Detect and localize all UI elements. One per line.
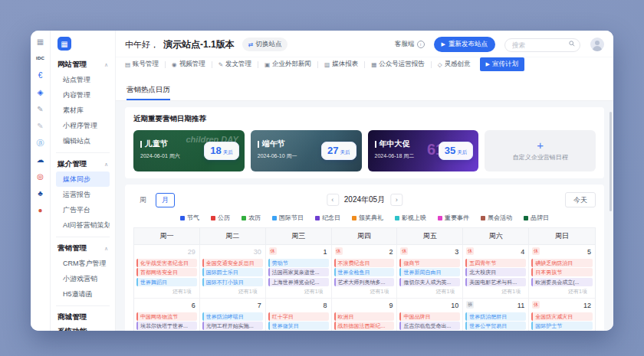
apple-logo-icon[interactable]: ● [38, 206, 42, 214]
calendar-event[interactable]: 欧洲日 [334, 312, 395, 321]
cloud-logo-icon[interactable]: ☁ [37, 155, 44, 164]
calendar-day-cell: 29化学战受害者纪念日首都网络安全日世界舞蹈日还有1项 [134, 245, 200, 298]
calendar-event[interactable]: 战胜德国法西斯纪... [334, 322, 395, 330]
calendar-event[interactable]: 全国防灾减灾日 [531, 312, 593, 321]
toolbar-item[interactable]: ▥媒体报表 [324, 58, 358, 70]
scrollbar-thumb[interactable] [610, 112, 612, 211]
sidebar-group-header[interactable]: 商城管理 [56, 310, 110, 325]
legend-swatch [180, 216, 185, 220]
sidebar-item[interactable]: 素材库 [56, 103, 110, 118]
calendar-event[interactable]: 美国电影艺术与科... [465, 278, 526, 286]
euro-cloud-logo-icon[interactable]: € [38, 71, 43, 80]
calendar-event[interactable]: 首都网络安全日 [136, 268, 197, 276]
prev-month-button[interactable]: ‹ [327, 194, 339, 206]
calendar-event[interactable]: 世界公平贸易日 [465, 322, 526, 330]
sidebar-group-header[interactable]: 媒介管理∧ [56, 157, 110, 171]
calendar-event[interactable]: 国际护士节 [531, 322, 593, 330]
sidebar-item[interactable]: 站点管理 [56, 72, 110, 87]
toolbar-item[interactable]: ✎发文管理 [219, 58, 251, 70]
calendar-event[interactable]: 五四青年节 [465, 259, 526, 267]
toolbar-item[interactable]: ▦公众号运营报告 [371, 58, 425, 70]
red-ring-logo-icon[interactable]: ◎ [37, 172, 44, 181]
calendar-event[interactable]: 不浪费纪念日 [334, 259, 395, 267]
clover-logo-icon[interactable]: ♣ [38, 189, 43, 198]
user-avatar[interactable] [590, 38, 604, 51]
month-view-button[interactable]: 月 [156, 193, 175, 207]
calendar-event[interactable]: 世界舞蹈日 [136, 278, 197, 286]
calendar-event[interactable]: 光明工程开始实施... [202, 322, 263, 330]
more-events-link[interactable]: 还有1项 [397, 287, 462, 296]
more-events-link[interactable]: 还有1项 [134, 287, 199, 296]
calendar-event[interactable]: 国际爵士乐日 [202, 268, 263, 276]
diamond-logo-icon[interactable]: ◈ [38, 88, 44, 96]
sidebar-item[interactable]: 内容管理 [56, 87, 110, 103]
next-month-button[interactable]: › [390, 194, 402, 206]
plus-icon: + [537, 140, 544, 151]
calendar-event[interactable]: 世界防治哮喘日 [202, 312, 263, 321]
today-button[interactable]: 今天 [565, 192, 596, 207]
switch-site-button[interactable]: ⇄ 切换站点 [242, 38, 288, 51]
calendar-event[interactable]: 全国交通安全反思日 [202, 259, 263, 267]
sidebar-item[interactable]: 广告平台 [56, 202, 110, 217]
support-link[interactable]: 客服端 i [395, 40, 425, 49]
sidebar-group-header[interactable]: 系统功能 [56, 325, 110, 331]
calendar-event[interactable]: 劳动节 [268, 259, 329, 267]
calendar-event[interactable]: 上海世界博览会纪... [268, 278, 329, 286]
calendar-event[interactable]: 中国网络物流节 [136, 312, 197, 321]
calendar-event[interactable]: 化学战受害者纪念日 [136, 259, 197, 267]
idc-logo-icon[interactable]: IDC [36, 54, 44, 63]
more-events-link[interactable]: 还有1项 [332, 287, 397, 296]
sidebar-item[interactable]: AI问答营销策划 [56, 217, 110, 233]
republish-site-button[interactable]: ▶ 重新发布站点 [434, 37, 495, 52]
product-logo[interactable]: ▦ [58, 37, 71, 51]
toolbar-item[interactable]: ▤账号管理 [125, 58, 159, 70]
sidebar-item[interactable]: H5邀请函 [56, 286, 110, 302]
toolbar-item[interactable]: ▣企业外部新闻 [264, 58, 311, 70]
calendar-event[interactable]: 微商节 [399, 259, 460, 267]
week-view-button[interactable]: 周 [133, 193, 153, 207]
sidebar-item[interactable]: 编辑站点 [56, 133, 110, 149]
tab-marketing-calendar[interactable]: 营销热点日历 [127, 85, 170, 100]
add-custom-schedule-card[interactable]: +自定义企业营销日程 [485, 130, 596, 171]
sidebar-item[interactable]: 运营报告 [56, 187, 110, 202]
more-events-link[interactable]: 还有1项 [266, 287, 331, 296]
apps-grid-icon[interactable]: ▦ [37, 38, 44, 46]
calendar-event[interactable]: 碘缺乏病防治日 [531, 259, 593, 267]
calendar-event[interactable]: 撒切尔夫人成为英... [399, 278, 460, 286]
day-header: 8 [266, 300, 331, 311]
calendar-event[interactable]: 北大校庆日 [465, 268, 526, 276]
calendar-event[interactable]: 世界金枪鱼日 [334, 268, 395, 276]
more-events-link[interactable]: 还有1项 [529, 287, 595, 296]
toolbar-item[interactable]: ◉视频管理 [172, 58, 205, 70]
legend-item: 影视上映 [395, 214, 426, 222]
festival-card[interactable]: 端午节2024-06-10 周一27天后 [251, 130, 362, 171]
calendar-event[interactable]: 红十字日 [268, 312, 329, 321]
calendar-event[interactable]: 艺术大师列奥纳多... [334, 278, 395, 286]
calendar-event[interactable]: 欧洲委员会成立(... [531, 278, 593, 286]
brush-logo-1-icon[interactable]: ✎ [37, 105, 43, 113]
more-events-link[interactable]: 还有1项 [463, 287, 528, 296]
calendar-event[interactable]: 日本男孩节 [531, 268, 593, 276]
calendar-event[interactable]: 法国画家莫奈逝世... [268, 268, 329, 276]
sidebar-item[interactable]: CRM客户管理 [56, 256, 110, 271]
brush-logo-2-icon[interactable]: ✎ [37, 122, 43, 130]
calendar-event[interactable]: 埃菲尔铁塔于世界... [136, 322, 197, 330]
calendar-event[interactable]: 丘吉尔临危受命出... [399, 322, 460, 330]
sidebar-item[interactable]: 小程序管理 [56, 118, 110, 133]
festival-card[interactable]: 618年中大促2024-06-18 周二35天后 [368, 130, 479, 171]
toolbar-item[interactable]: ◇灵感创意 [438, 58, 471, 70]
toolbar-item-label: 发文管理 [225, 60, 251, 69]
promotion-plan-button[interactable]: ▶宣传计划 [480, 57, 524, 71]
festival-card[interactable]: children DAY儿童节2024-06-01 周六18天后 [133, 130, 245, 171]
sidebar-item[interactable]: 小游戏营销 [56, 271, 110, 286]
calendar-event[interactable]: 世界微笑日 [268, 322, 329, 330]
a-cloud-logo-icon[interactable]: ⓐ [37, 139, 44, 147]
calendar-event[interactable]: 国际不打小孩日 [202, 278, 263, 286]
calendar-event[interactable]: 世界防治肥胖日 [465, 312, 526, 321]
sidebar-group-header[interactable]: 营销管理∧ [56, 241, 110, 256]
sidebar-group-header[interactable]: 网站管理∧ [56, 57, 110, 72]
more-events-link[interactable]: 还有1项 [200, 287, 265, 296]
calendar-event[interactable]: 中国品牌日 [399, 312, 460, 321]
sidebar-item[interactable]: 媒体同步 [56, 171, 110, 187]
calendar-event[interactable]: 世界新闻自由日 [399, 268, 460, 276]
